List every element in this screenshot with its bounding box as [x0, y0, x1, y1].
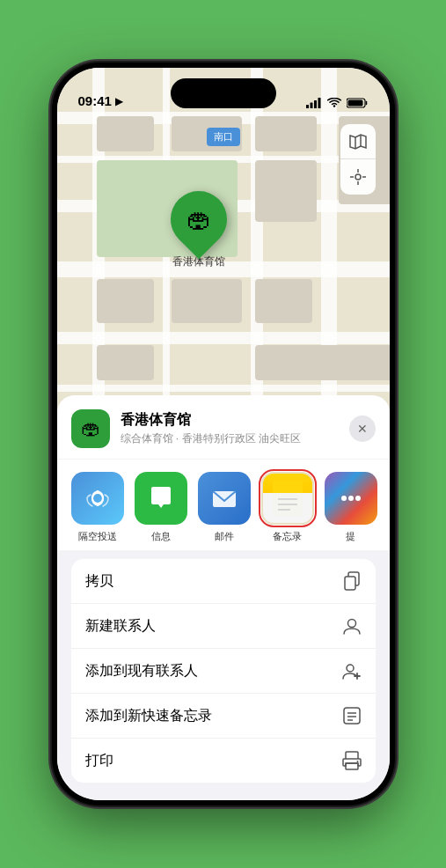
print-icon — [342, 751, 362, 770]
svg-rect-29 — [344, 708, 360, 724]
svg-rect-5 — [347, 100, 362, 107]
phone-frame: 09:41 ▶ — [52, 63, 395, 805]
close-button[interactable]: ✕ — [349, 416, 376, 442]
share-more[interactable]: 提 — [325, 472, 377, 543]
status-icons — [306, 98, 369, 108]
svg-rect-33 — [346, 752, 358, 759]
action-add-existing-label: 添加到现有联系人 — [85, 662, 198, 680]
location-button[interactable] — [340, 159, 376, 195]
mail-label: 邮件 — [215, 530, 234, 543]
venue-info: 香港体育馆 综合体育馆 · 香港特别行政区 油尖旺区 — [121, 411, 339, 446]
add-contact-icon — [342, 661, 362, 680]
action-new-contact-label: 新建联系人 — [85, 617, 156, 636]
map-pin: 🏟 — [158, 180, 238, 260]
copy-icon — [342, 571, 362, 591]
action-add-existing-contact[interactable]: 添加到现有联系人 — [71, 649, 376, 694]
share-mail[interactable]: 邮件 — [198, 472, 251, 543]
dynamic-island — [171, 78, 276, 108]
svg-point-21 — [348, 496, 354, 501]
svg-point-25 — [347, 620, 355, 628]
venue-name: 香港体育馆 — [121, 411, 339, 430]
svg-point-20 — [341, 496, 347, 501]
airdrop-icon — [71, 472, 124, 525]
venue-icon: 🏟 — [71, 409, 110, 448]
share-notes[interactable]: 备忘录 — [261, 472, 314, 543]
signal-icon — [306, 98, 322, 108]
svg-rect-24 — [345, 577, 355, 590]
location-label: 南口 — [207, 128, 240, 146]
action-copy[interactable]: 拷贝 — [71, 559, 376, 604]
airdrop-label: 隔空投送 — [78, 530, 117, 543]
battery-icon — [347, 98, 369, 108]
svg-point-26 — [347, 665, 354, 672]
map-type-button[interactable] — [340, 124, 376, 159]
status-time: 09:41 — [78, 93, 112, 108]
notes-label: 备忘录 — [273, 530, 302, 543]
action-print-label: 打印 — [85, 752, 113, 770]
map-pin-container: 🏟 香港体育馆 — [171, 191, 227, 269]
svg-rect-0 — [306, 105, 309, 108]
svg-rect-1 — [310, 103, 312, 109]
action-quick-note[interactable]: 添加到新快速备忘录 — [71, 694, 376, 739]
quick-note-icon — [342, 706, 362, 725]
svg-point-8 — [355, 174, 361, 180]
action-list: 拷贝 新建联系人 添加到现有联系人 — [71, 559, 376, 783]
svg-rect-34 — [346, 763, 358, 769]
mail-icon — [198, 472, 251, 525]
bottom-sheet: 🏟 香港体育馆 综合体育馆 · 香港特别行政区 油尖旺区 ✕ 隔空投送 — [57, 395, 390, 800]
new-contact-icon — [342, 616, 362, 636]
notes-icon — [261, 472, 314, 525]
more-icon — [325, 472, 377, 525]
svg-point-22 — [355, 496, 361, 501]
action-print[interactable]: 打印 — [71, 739, 376, 783]
svg-rect-3 — [318, 98, 320, 108]
map-controls — [340, 124, 376, 195]
action-quick-note-label: 添加到新快速备忘录 — [85, 707, 212, 725]
share-messages[interactable]: 信息 — [135, 472, 187, 543]
svg-point-35 — [356, 761, 358, 762]
messages-icon — [135, 472, 187, 525]
messages-label: 信息 — [151, 530, 171, 543]
wifi-icon — [327, 98, 341, 108]
more-label: 提 — [346, 530, 355, 543]
svg-rect-15 — [273, 481, 303, 493]
location-arrow-icon: ▶ — [115, 95, 123, 107]
svg-rect-2 — [314, 100, 317, 108]
action-new-contact[interactable]: 新建联系人 — [71, 604, 376, 649]
venue-desc: 综合体育馆 · 香港特别行政区 油尖旺区 — [121, 431, 339, 446]
phone-screen: 09:41 ▶ — [57, 68, 390, 800]
share-row: 隔空投送 信息 邮件 — [57, 460, 390, 550]
map-pin-icon: 🏟 — [186, 205, 211, 234]
share-airdrop[interactable]: 隔空投送 — [71, 472, 124, 543]
sheet-header: 🏟 香港体育馆 综合体育馆 · 香港特别行政区 油尖旺区 ✕ — [57, 395, 390, 459]
action-copy-label: 拷贝 — [85, 572, 113, 591]
